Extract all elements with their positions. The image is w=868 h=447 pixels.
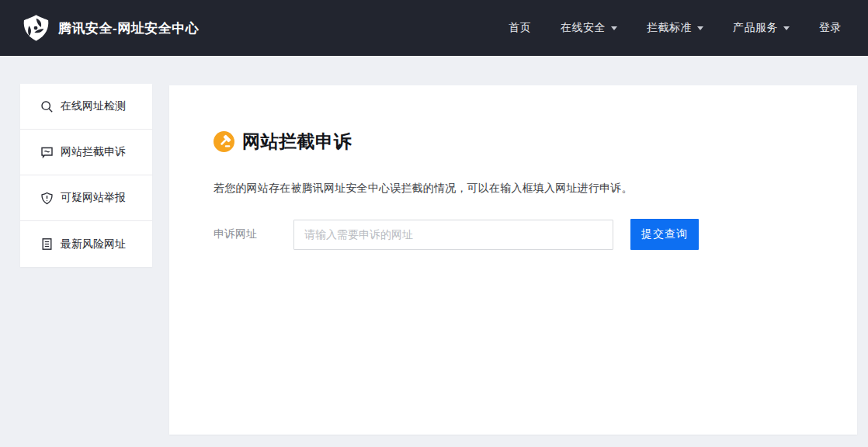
main-nav: 首页 在线安全 拦截标准 产品服务 登录 (509, 21, 842, 35)
nav-login[interactable]: 登录 (819, 21, 842, 35)
chevron-down-icon (611, 26, 617, 30)
nav-block-standard[interactable]: 拦截标准 (647, 21, 703, 35)
sidebar-item-suspicious-report[interactable]: 可疑网站举报 (20, 175, 152, 221)
appeal-url-label: 申诉网址 (214, 227, 293, 241)
brand[interactable]: 腾讯安全-网址安全中心 (22, 13, 199, 43)
nav-block-standard-label: 拦截标准 (647, 21, 692, 35)
appeal-form: 申诉网址 提交查询 (214, 219, 857, 250)
sidebar-item-block-appeal[interactable]: 网站拦截申诉 (20, 130, 152, 175)
sidebar-item-label: 可疑网站举报 (61, 191, 126, 205)
gavel-icon (214, 131, 234, 152)
page-description: 若您的网站存在被腾讯网址安全中心误拦截的情况，可以在输入框填入网址进行申诉。 (214, 180, 813, 196)
nav-login-label: 登录 (819, 21, 842, 35)
tencent-security-logo (22, 13, 50, 43)
content-card: 网站拦截申诉 若您的网站存在被腾讯网址安全中心误拦截的情况，可以在输入框填入网址… (169, 85, 857, 435)
chevron-down-icon (783, 26, 790, 30)
search-icon (40, 100, 54, 113)
appeal-url-input[interactable] (293, 220, 613, 250)
shield-alert-icon (40, 192, 54, 205)
nav-home-label: 首页 (509, 21, 531, 35)
sidebar-item-label: 最新风险网址 (61, 237, 126, 251)
page-title: 网站拦截申诉 (242, 130, 352, 154)
submit-query-button[interactable]: 提交查询 (630, 219, 699, 250)
brand-title: 腾讯安全-网址安全中心 (58, 19, 199, 37)
sidebar-item-url-check[interactable]: 在线网址检测 (20, 84, 152, 130)
nav-online-security-label: 在线安全 (561, 21, 606, 35)
page-title-row: 网站拦截申诉 (214, 130, 857, 154)
nav-products[interactable]: 产品服务 (733, 21, 790, 35)
sidebar: 在线网址检测 网站拦截申诉 可疑网站举报 (20, 84, 152, 267)
document-icon (40, 237, 54, 251)
top-navbar: 腾讯安全-网址安全中心 首页 在线安全 拦截标准 产品服务 登录 (0, 0, 868, 56)
sidebar-item-label: 网站拦截申诉 (61, 145, 126, 159)
chevron-down-icon (697, 26, 703, 30)
sidebar-item-label: 在线网址检测 (61, 99, 126, 113)
nav-products-label: 产品服务 (733, 21, 778, 35)
sidebar-item-latest-risk[interactable]: 最新风险网址 (20, 221, 152, 267)
nav-online-security[interactable]: 在线安全 (561, 21, 617, 35)
nav-home[interactable]: 首页 (509, 21, 531, 35)
comment-icon (40, 146, 54, 159)
